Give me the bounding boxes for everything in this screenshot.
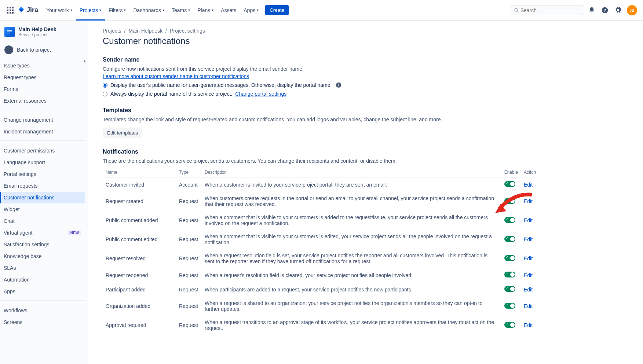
sidebar-item-portal-settings[interactable]: Portal settings [0, 168, 85, 180]
edit-link[interactable]: Edit [524, 287, 533, 293]
sidebar-item-customer-notifications[interactable]: Customer notifications [0, 192, 85, 203]
sidebar-item-external-resources[interactable]: External resources [0, 95, 85, 107]
sidebar-item-change-management[interactable]: Change management [0, 114, 85, 126]
notif-desc: When a customer is invited to your servi… [202, 177, 501, 192]
change-portal-settings-link[interactable]: Change portal settings [235, 91, 286, 97]
edit-link[interactable]: Edit [524, 303, 533, 309]
svg-rect-4 [10, 10, 11, 11]
table-row: Participant addedRequestWhen participant… [103, 282, 539, 297]
sidebar-item-label: Issue types [4, 63, 30, 69]
notif-type: Request [176, 268, 202, 282]
sender-radio-2[interactable] [103, 92, 107, 96]
table-row: Request createdRequestWhen customers cre… [103, 192, 539, 211]
enable-toggle[interactable] [504, 303, 515, 309]
sender-option-2[interactable]: Always display the portal name of this s… [103, 91, 539, 97]
create-button[interactable]: Create [265, 5, 289, 15]
nav-link-projects[interactable]: Projects▾ [76, 0, 105, 21]
col-description: Description [202, 168, 501, 177]
enable-toggle[interactable] [504, 286, 515, 292]
sidebar-item-chat[interactable]: Chat [0, 215, 85, 227]
user-avatar[interactable]: JB [627, 5, 637, 15]
project-header: Main Help Desk Service project [0, 21, 88, 42]
info-icon[interactable]: i [336, 82, 341, 88]
jira-logo[interactable]: Jira [18, 6, 38, 14]
sidebar-item-widget[interactable]: Widget [0, 203, 85, 215]
main-content: Projects/Main Helpdesk/Project settings … [88, 21, 554, 364]
sidebar-item-issue-types[interactable]: Issue types [0, 60, 85, 71]
notifications-icon[interactable] [586, 4, 598, 16]
table-row: Organization addedRequestWhen a request … [103, 297, 539, 316]
sidebar-item-label: Forms [4, 86, 18, 92]
sidebar-item-incident-management[interactable]: Incident management [0, 126, 85, 137]
project-name: Main Help Desk [18, 26, 56, 32]
table-row: Request resolvedRequestWhen a request re… [103, 249, 539, 268]
sidebar-item-label: Email requests [4, 183, 38, 189]
notif-desc: When customers create requests in the po… [202, 192, 501, 211]
nav-link-assets[interactable]: Assets [217, 4, 240, 16]
sidebar-item-satisfaction-settings[interactable]: Satisfaction settings [0, 239, 85, 250]
breadcrumb-main-helpdesk[interactable]: Main Helpdesk [128, 28, 162, 34]
help-icon[interactable]: ? [599, 4, 611, 16]
enable-toggle[interactable] [504, 272, 515, 277]
edit-link[interactable]: Edit [524, 322, 533, 328]
sidebar-item-customer-permissions[interactable]: Customer permissions [0, 145, 85, 157]
sidebar-scroll[interactable]: ▲ Issue typesRequest typesFormsExternal … [0, 58, 88, 364]
breadcrumb-projects[interactable]: Projects [103, 28, 121, 34]
edit-templates-button[interactable]: Edit templates [103, 128, 142, 138]
nav-link-filters[interactable]: Filters▾ [105, 4, 129, 16]
table-row: Approval requiredRequestWhen a request t… [103, 316, 539, 335]
notif-name: Public comment added [103, 211, 176, 230]
enable-toggle[interactable] [504, 181, 515, 187]
svg-rect-3 [7, 10, 8, 11]
nav-link-your-work[interactable]: Your work▾ [43, 4, 76, 16]
sidebar-item-automation[interactable]: Automation [0, 274, 85, 286]
sidebar-item-forms[interactable]: Forms [0, 83, 85, 95]
enable-toggle[interactable] [504, 217, 515, 223]
nav-link-apps[interactable]: Apps▾ [240, 4, 262, 16]
edit-link[interactable]: Edit [524, 182, 533, 188]
sidebar-item-apps[interactable]: Apps [0, 286, 85, 297]
edit-link[interactable]: Edit [524, 236, 533, 242]
enable-toggle[interactable] [504, 255, 515, 261]
sidebar-item-language-support[interactable]: Language support [0, 157, 85, 168]
notif-type: Request [176, 211, 202, 230]
sidebar-items: Issue typesRequest typesFormsExternal re… [0, 58, 88, 328]
sidebar-item-virtual-agent[interactable]: Virtual agentNEW [0, 227, 85, 239]
back-arrow-icon: ← [4, 45, 13, 54]
edit-link[interactable]: Edit [524, 255, 533, 261]
nav-link-dashboards[interactable]: Dashboards▾ [129, 4, 168, 16]
enable-toggle[interactable] [504, 322, 515, 328]
edit-link[interactable]: Edit [524, 198, 533, 204]
svg-rect-2 [12, 7, 14, 8]
sidebar-item-label: Screens [4, 319, 22, 325]
scroll-up-icon[interactable]: ▲ [83, 59, 87, 63]
sidebar-item-knowledge-base[interactable]: Knowledge base [0, 250, 85, 262]
notif-type: Request [176, 230, 202, 249]
sender-learn-more-link[interactable]: Learn more about custom sender name in c… [103, 73, 249, 79]
enable-toggle[interactable] [504, 198, 515, 204]
top-nav: Jira Your work▾Projects▾Filters▾Dashboar… [0, 0, 643, 21]
edit-link[interactable]: Edit [524, 217, 533, 223]
notifications-heading: Notifications [103, 148, 539, 155]
sender-option-1[interactable]: Display the user's public name for user-… [103, 82, 539, 88]
search-input[interactable] [520, 7, 581, 13]
enable-toggle[interactable] [504, 236, 515, 242]
sidebar-item-label: Customer notifications [4, 195, 55, 201]
notifications-tbody: Customer invitedAccountWhen a customer i… [103, 177, 539, 335]
svg-rect-0 [7, 7, 8, 8]
breadcrumb-project-settings[interactable]: Project settings [170, 28, 205, 34]
back-to-project[interactable]: ← Back to project [0, 42, 88, 58]
nav-link-teams[interactable]: Teams▾ [168, 4, 194, 16]
sender-radio-1[interactable] [103, 83, 107, 88]
edit-link[interactable]: Edit [524, 272, 533, 278]
search-box[interactable] [511, 5, 584, 15]
sidebar-item-label: Apps [4, 288, 15, 294]
settings-icon[interactable] [612, 4, 624, 16]
sidebar-item-workflows[interactable]: Workflows [0, 305, 85, 316]
nav-link-plans[interactable]: Plans▾ [194, 4, 217, 16]
sidebar-item-email-requests[interactable]: Email requests [0, 180, 85, 192]
sidebar-item-request-types[interactable]: Request types [0, 71, 85, 83]
sidebar-item-slas[interactable]: SLAs [0, 262, 85, 274]
sidebar-item-screens[interactable]: Screens [0, 316, 85, 328]
app-switcher-icon[interactable] [6, 6, 15, 15]
